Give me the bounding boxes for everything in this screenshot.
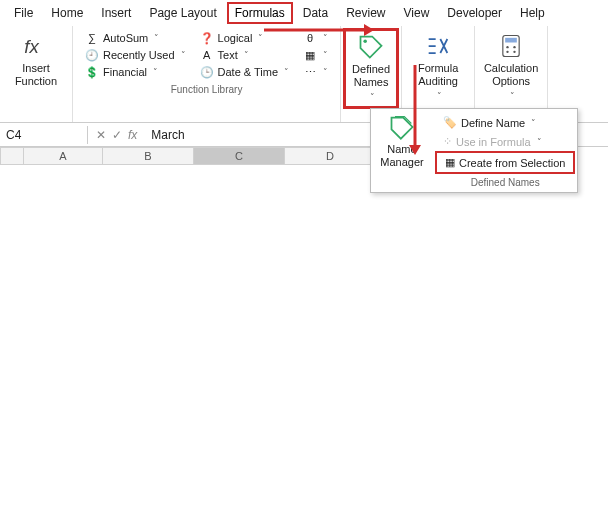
chevron-down-icon: ˅ <box>284 67 289 77</box>
chevron-down-icon: ˅ <box>258 33 263 43</box>
chevron-down-icon: ˅ <box>531 118 536 128</box>
tag-icon: 🏷️ <box>443 116 457 129</box>
chevron-down-icon: ˅ <box>537 137 542 147</box>
selection-icon: ▦ <box>445 156 455 165</box>
chevron-down-icon: ˅ <box>437 90 442 103</box>
logical-button[interactable]: ❓Logical˅ <box>196 30 294 46</box>
menu-insert[interactable]: Insert <box>93 2 139 24</box>
svg-point-6 <box>506 51 508 53</box>
insert-function-label: Insert Function <box>15 62 57 88</box>
menu-page-layout[interactable]: Page Layout <box>141 2 224 24</box>
menu-bar: FileHomeInsertPage LayoutFormulasDataRev… <box>0 0 608 26</box>
name-manager-button[interactable]: Name Manager <box>371 109 433 165</box>
logical-icon: ❓ <box>200 31 214 45</box>
define-name-item[interactable]: 🏷️Define Name˅ <box>435 113 575 132</box>
menu-review[interactable]: Review <box>338 2 393 24</box>
tag-icon <box>357 33 385 61</box>
create-from-selection-item[interactable]: ▦Create from Selection <box>435 151 575 165</box>
row-header-1[interactable]: 1 <box>0 164 24 165</box>
financial-icon: 💲 <box>85 65 99 79</box>
chevron-down-icon: ˅ <box>244 50 249 60</box>
fx-icon: fx <box>22 32 50 60</box>
menu-formulas[interactable]: Formulas <box>227 2 293 24</box>
cancel-icon[interactable]: ✕ <box>96 128 106 142</box>
col-header-B[interactable]: B <box>102 147 194 165</box>
use-in-formula-item: ⁘Use in Formula˅ <box>435 132 575 151</box>
svg-point-4 <box>506 46 508 48</box>
theta-icon: θ <box>303 31 317 45</box>
text-icon: A <box>200 48 214 62</box>
dots-icon: ⋯ <box>303 65 317 79</box>
svg-rect-3 <box>505 38 517 43</box>
menu-data[interactable]: Data <box>295 2 336 24</box>
insert-function-button[interactable]: fx Insert Function <box>8 30 64 90</box>
more-functions-button-3[interactable]: ⋯˅ <box>299 64 332 80</box>
menu-view[interactable]: View <box>396 2 438 24</box>
group-label-function-library: Function Library <box>171 84 243 95</box>
formula-auditing-button[interactable]: Formula Auditing˅ <box>410 30 466 105</box>
defined-names-popup: Name Manager 🏷️Define Name˅ ⁘Use in Form… <box>370 108 578 165</box>
chevron-down-icon: ˅ <box>323 33 328 43</box>
select-all-corner[interactable] <box>0 147 24 165</box>
svg-point-7 <box>513 51 515 53</box>
chevron-down-icon: ˅ <box>154 33 159 43</box>
financial-button[interactable]: 💲Financial˅ <box>81 64 190 80</box>
text-button[interactable]: AText˅ <box>196 47 294 63</box>
chevron-down-icon: ˅ <box>510 90 515 103</box>
chevron-down-icon: ˅ <box>153 67 158 77</box>
name-manager-icon <box>388 113 416 141</box>
cube-icon: ▦ <box>303 48 317 62</box>
col-header-C[interactable]: C <box>193 147 285 165</box>
chevron-down-icon: ˅ <box>323 67 328 77</box>
svg-text:fx: fx <box>24 36 39 57</box>
sigma-icon: ∑ <box>85 31 99 45</box>
datetime-button[interactable]: 🕒Date & Time˅ <box>196 64 294 80</box>
menu-developer[interactable]: Developer <box>439 2 510 24</box>
more-functions-button[interactable]: θ˅ <box>299 30 332 46</box>
chevron-down-icon: ˅ <box>323 50 328 60</box>
audit-icon <box>424 32 452 60</box>
enter-icon[interactable]: ✓ <box>112 128 122 142</box>
name-box[interactable]: C4 <box>0 126 88 144</box>
recently-used-button[interactable]: 🕘Recently Used˅ <box>81 47 190 63</box>
svg-point-1 <box>363 39 367 43</box>
menu-home[interactable]: Home <box>43 2 91 24</box>
calculator-icon <box>497 32 525 60</box>
group-insert-function: fx Insert Function <box>0 26 73 122</box>
menu-file[interactable]: File <box>6 2 41 24</box>
fx-icon[interactable]: fx <box>128 128 137 142</box>
chevron-down-icon: ˅ <box>370 91 375 104</box>
col-header-A[interactable]: A <box>23 147 103 165</box>
svg-point-5 <box>513 46 515 48</box>
calculation-options-button[interactable]: Calculation Options˅ <box>483 30 539 105</box>
group-function-library: ∑AutoSum˅ 🕘Recently Used˅ 💲Financial˅ ❓L… <box>73 26 341 122</box>
autosum-button[interactable]: ∑AutoSum˅ <box>81 30 190 46</box>
col-header-D[interactable]: D <box>284 147 376 165</box>
recent-icon: 🕘 <box>85 48 99 62</box>
more-functions-button-2[interactable]: ▦˅ <box>299 47 332 63</box>
defined-names-button[interactable]: Defined Names˅ <box>343 28 399 109</box>
menu-help[interactable]: Help <box>512 2 553 24</box>
formula-icon: ⁘ <box>443 135 452 148</box>
clock-icon: 🕒 <box>200 65 214 79</box>
chevron-down-icon: ˅ <box>181 50 186 60</box>
